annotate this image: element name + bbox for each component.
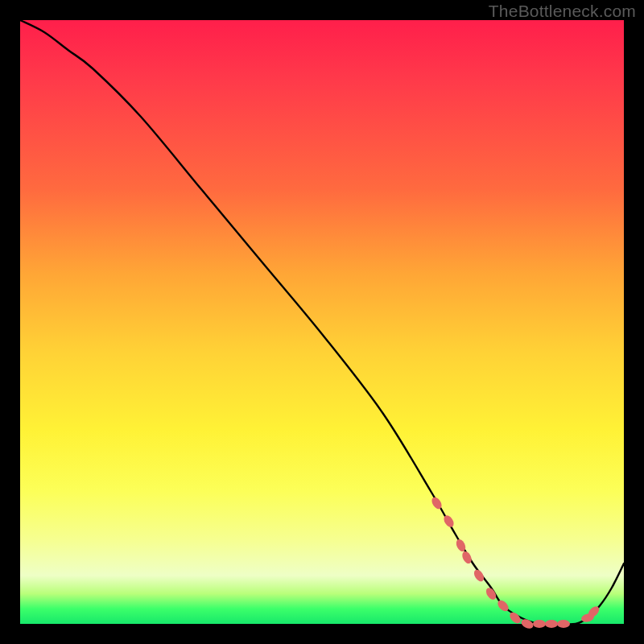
chart-stage: TheBottleneck.com [0,0,644,644]
highlight-dots [430,496,601,630]
curve-layer [20,20,624,624]
highlight-dot [520,617,535,630]
plot-area [20,20,624,624]
highlight-dot [472,568,485,584]
highlight-dot [557,620,570,628]
bottleneck-curve [20,20,624,625]
highlight-dot [533,620,546,628]
highlight-dot [545,620,558,628]
watermark-text: TheBottleneck.com [489,2,636,21]
